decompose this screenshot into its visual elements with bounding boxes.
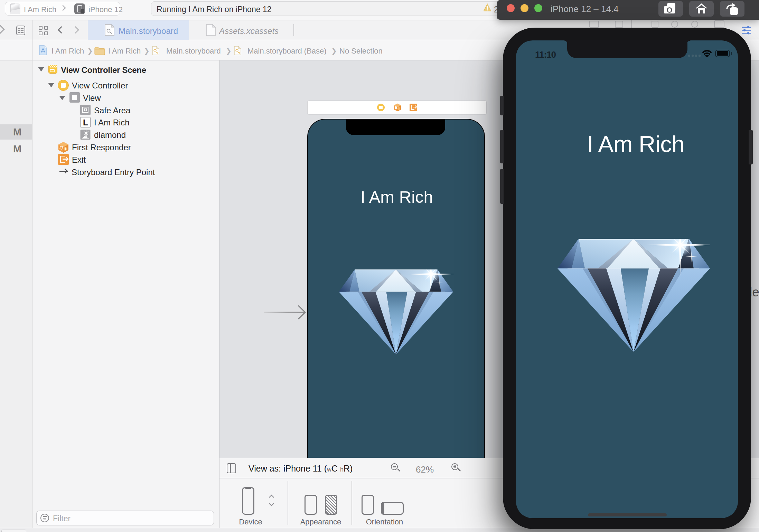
svg-text:1: 1 [64,147,66,151]
